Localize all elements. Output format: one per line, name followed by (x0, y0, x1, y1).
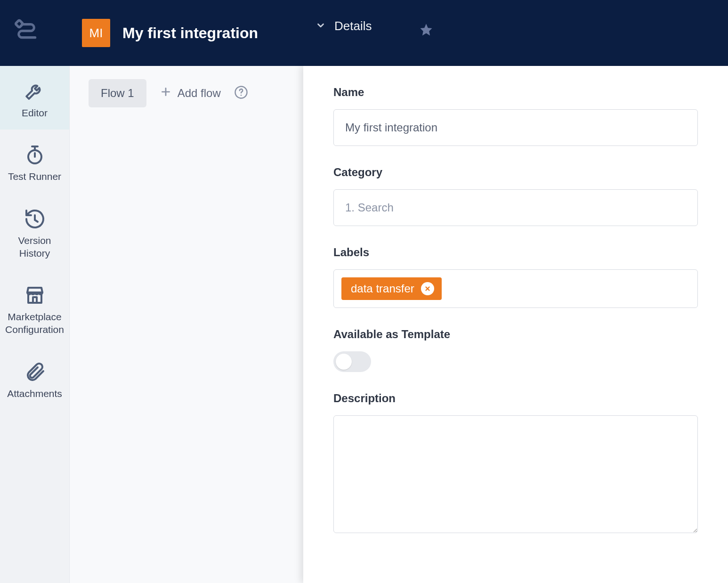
page-title: My first integration (122, 24, 258, 42)
sidebar-item-attachments[interactable]: Attachments (0, 347, 69, 410)
sidebar-item-label: Version History (2, 234, 67, 260)
category-select[interactable]: 1. Search (333, 189, 698, 226)
template-label: Available as Template (333, 328, 698, 341)
history-icon (24, 207, 46, 231)
storefront-icon (24, 283, 46, 308)
svg-line-7 (35, 220, 38, 222)
field-labels: Labels data transfer (333, 246, 698, 308)
toggle-knob (336, 354, 352, 370)
template-toggle[interactable] (333, 351, 371, 372)
sidebar-item-test-runner[interactable]: Test Runner (0, 130, 69, 193)
flow-tab-active[interactable]: Flow 1 (89, 79, 146, 107)
svg-marker-1 (421, 24, 432, 36)
name-label: Name (333, 86, 698, 99)
sidebar-item-label: Marketplace Configuration (2, 310, 67, 336)
field-name: Name (333, 86, 698, 146)
plus-icon (160, 86, 172, 101)
add-flow-label: Add flow (178, 87, 221, 100)
sidebar-item-marketplace-config[interactable]: Marketplace Configuration (0, 270, 69, 347)
details-tab-label: Details (334, 19, 372, 33)
label-chip: data transfer (341, 277, 442, 300)
chevron-down-icon (315, 20, 326, 32)
add-flow-button[interactable]: Add flow (160, 86, 221, 101)
field-description: Description (333, 392, 698, 535)
left-sidebar: Editor Test Runner Version History (0, 66, 70, 583)
sidebar-item-editor[interactable]: Editor (0, 66, 69, 130)
remove-label-button[interactable] (421, 282, 434, 295)
details-panel: Name Category 1. Search Labels data tran… (303, 66, 728, 583)
avatar-initials: MI (89, 26, 103, 40)
paperclip-icon (24, 360, 46, 384)
field-template: Available as Template (333, 328, 698, 372)
top-header: MI My first integration Details (0, 0, 728, 66)
star-icon[interactable] (419, 23, 433, 39)
labels-input[interactable]: data transfer (333, 269, 698, 308)
sidebar-item-version-history[interactable]: Version History (0, 194, 69, 270)
label-chip-text: data transfer (351, 282, 414, 295)
category-label: Category (333, 166, 698, 179)
integration-avatar: MI (82, 19, 110, 47)
sidebar-item-label: Attachments (7, 387, 62, 400)
sidebar-item-label: Editor (22, 106, 48, 119)
name-input[interactable] (333, 109, 698, 146)
app-logo-icon (13, 19, 40, 47)
description-textarea[interactable] (333, 415, 698, 533)
help-icon[interactable] (234, 85, 248, 101)
wrench-icon (24, 79, 46, 104)
description-label: Description (333, 392, 698, 405)
field-category: Category 1. Search (333, 166, 698, 226)
labels-label: Labels (333, 246, 698, 259)
stopwatch-icon (24, 143, 46, 167)
sidebar-item-label: Test Runner (8, 170, 61, 183)
editor-canvas: Flow 1 Add flow Name Category (70, 66, 728, 583)
details-dropdown[interactable]: Details (315, 19, 372, 33)
